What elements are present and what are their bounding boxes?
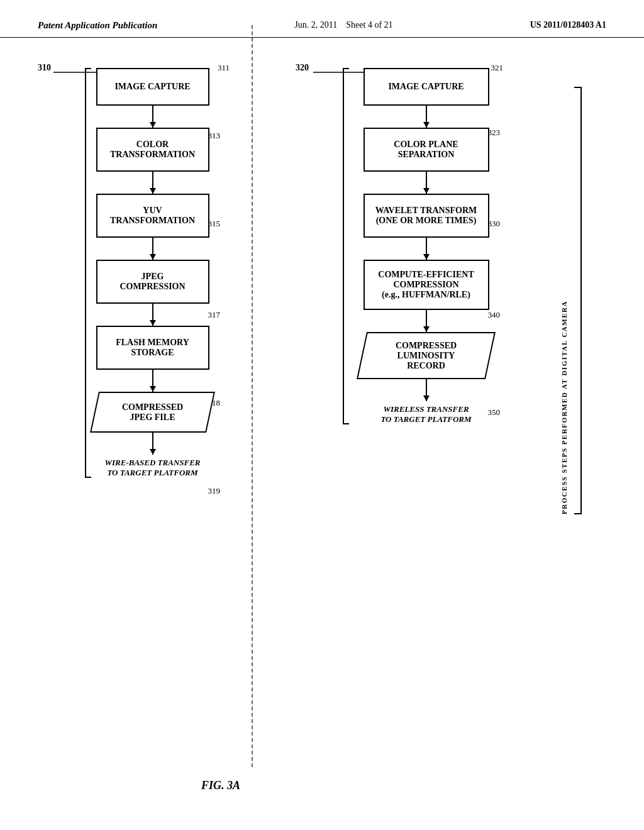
- arrow-1-left: [152, 106, 153, 128]
- step-wavelet-transform: WAVELET TRANSFORM(ONE OR MORE TIMES): [364, 194, 489, 238]
- wireless-transfer: WIRELESS TRANSFERTO TARGET PLATFORM: [380, 404, 471, 424]
- arrow-2-right: [426, 172, 427, 194]
- arrow-1-right: [426, 106, 427, 128]
- color-plane-sep-box: COLOR PLANESEPARATION: [364, 128, 489, 172]
- step-color-plane-sep: COLOR PLANESEPARATION: [364, 128, 489, 172]
- wire-based-transfer: WIRE-BASED TRANSFER TO TARGET PLATFORM: [104, 458, 200, 478]
- yuv-transform-box: YUVTRANSFORMATION: [96, 194, 209, 238]
- step-compute-efficient: COMPUTE-EFFICIENTCOMPRESSION(e.g., HUFFM…: [364, 260, 489, 310]
- flash-memory-box: FLASH MEMORYSTORAGE: [96, 326, 209, 370]
- header-date-sheet: Jun. 2, 2011 Sheet 4 of 21: [294, 20, 392, 30]
- arrow-6-left: [152, 433, 153, 455]
- wavelet-transform-box: WAVELET TRANSFORM(ONE OR MORE TIMES): [364, 194, 489, 238]
- step-image-capture-left: IMAGE CAPTURE: [96, 68, 209, 106]
- page-header: Patent Application Publication Jun. 2, 2…: [0, 0, 644, 38]
- step-image-capture-right: IMAGE CAPTURE: [364, 68, 489, 106]
- step-jpeg-compress: JPEGCOMPRESSION: [96, 260, 209, 304]
- arrow-3-right: [426, 238, 427, 260]
- left-diagram: 310 311 IMAGE CAPTURE 313: [25, 63, 277, 478]
- num-350: 350: [488, 407, 501, 418]
- main-content: 310 311 IMAGE CAPTURE 313: [0, 38, 644, 503]
- image-capture-left-box: IMAGE CAPTURE: [96, 68, 209, 106]
- header-patent-num: US 2011/0128403 A1: [530, 20, 606, 30]
- process-bracket: PROCESS STEPS PERFORMED AT DIGITAL CAMER…: [560, 87, 582, 514]
- arrow-5-left: [152, 370, 153, 392]
- process-label: PROCESS STEPS PERFORMED AT DIGITAL CAMER…: [560, 87, 568, 514]
- num-315: 315: [208, 219, 221, 229]
- arrow-4-right: [426, 310, 427, 332]
- arrow-5-right: [426, 379, 427, 401]
- arrow-3-left: [152, 238, 153, 260]
- color-transform-box: COLORTRANSFORMATION: [96, 128, 209, 172]
- num-323: 323: [488, 128, 501, 138]
- num-319: 319: [208, 486, 221, 496]
- step-color-transform: COLORTRANSFORMATION: [96, 128, 209, 172]
- compressed-lum-box: COMPRESSEDLUMINOSITYRECORD: [357, 332, 496, 379]
- compressed-jpeg-box: COMPRESSEDJPEG FILE: [90, 392, 215, 433]
- num-340: 340: [488, 310, 501, 320]
- jpeg-compress-box: JPEGCOMPRESSION: [96, 260, 209, 304]
- step-compressed-jpeg: COMPRESSEDJPEG FILE: [94, 392, 211, 433]
- num-330: 330: [488, 219, 501, 229]
- step-yuv-transform: YUVTRANSFORMATION: [96, 194, 209, 238]
- step-compressed-lum: COMPRESSEDLUMINOSITYRECORD: [362, 332, 491, 379]
- fig-label: FIG. 3A: [201, 779, 240, 792]
- right-diagram: 320 321 IMAGE CAPTURE 323: [277, 63, 591, 478]
- num-317: 317: [208, 310, 221, 320]
- header-publication: Patent Application Publication: [38, 20, 157, 31]
- num-313: 313: [208, 131, 221, 141]
- arrow-2-left: [152, 172, 153, 194]
- compute-efficient-box: COMPUTE-EFFICIENTCOMPRESSION(e.g., HUFFM…: [364, 260, 489, 310]
- step-flash-memory: FLASH MEMORYSTORAGE: [96, 326, 209, 370]
- image-capture-right-box: IMAGE CAPTURE: [364, 68, 489, 106]
- arrow-4-left: [152, 304, 153, 326]
